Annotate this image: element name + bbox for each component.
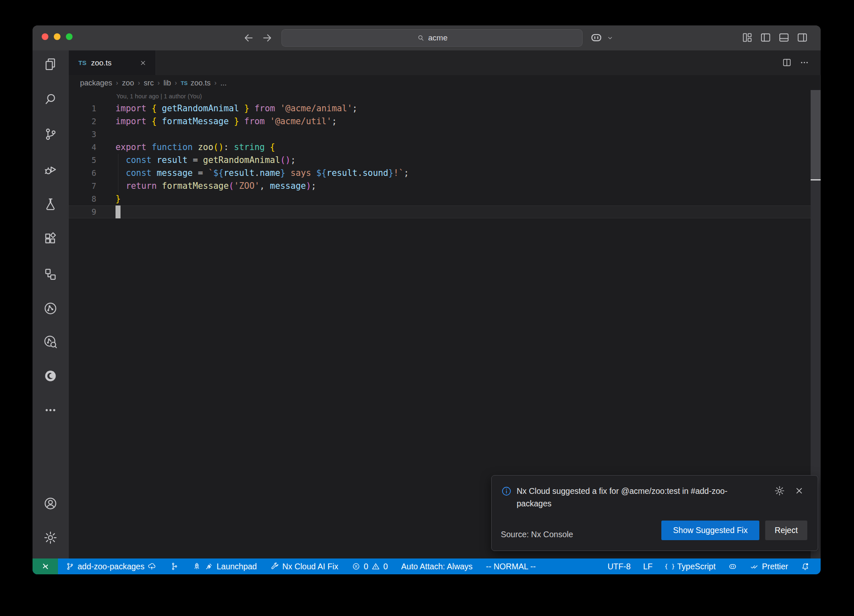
status-label: LF [643, 562, 653, 571]
plug-icon [204, 562, 214, 571]
cursor-overview-marker [811, 179, 821, 180]
status-encoding[interactable]: UTF-8 [608, 562, 630, 571]
activity-references-icon[interactable] [43, 267, 58, 282]
status-auto-attach[interactable]: Auto Attach: Always [401, 562, 472, 571]
line-number[interactable]: 3 [69, 128, 96, 141]
breadcrumb-item[interactable]: packages [80, 79, 112, 88]
scrollbar-thumb[interactable] [811, 90, 821, 179]
line-number[interactable]: 4 [69, 141, 96, 154]
code-line-5[interactable]: 5 const result = getRandomAnimal(); [69, 154, 821, 167]
activity-testing-icon[interactable] [43, 197, 58, 212]
line-number[interactable]: 6 [69, 167, 96, 180]
breadcrumb-separator: › [138, 79, 140, 87]
error-icon [352, 562, 361, 571]
breadcrumb-item[interactable]: TSzoo.ts [181, 79, 211, 88]
code-line-1[interactable]: 1import { getRandomAnimal } from '@acme/… [69, 102, 821, 115]
line-number[interactable]: 5 [69, 154, 96, 167]
line-number[interactable]: 8 [69, 193, 96, 205]
line-number[interactable]: 2 [69, 115, 96, 128]
warning-icon [371, 562, 380, 571]
status-problems[interactable]: 00 [352, 562, 388, 571]
code-line-4[interactable]: 4export function zoo(): string { [69, 141, 821, 154]
status-formatter[interactable]: Prettier [750, 562, 788, 571]
breadcrumb-separator: › [158, 79, 160, 87]
blame-annotation[interactable]: You, 1 hour ago | 1 author (You) [116, 91, 821, 102]
status-nx-cloud-ai-fix[interactable]: Nx Cloud AI Fix [270, 562, 338, 571]
close-icon[interactable] [794, 485, 805, 496]
status-label: TypeScript [677, 562, 716, 571]
remote-indicator[interactable] [33, 558, 58, 574]
status-language[interactable]: { }TypeScript [665, 562, 716, 571]
line-number[interactable]: 1 [69, 102, 96, 115]
breadcrumb-item[interactable]: lib [163, 79, 171, 88]
status-eol[interactable]: LF [643, 562, 653, 571]
show-suggested-fix-button[interactable]: Show Suggested Fix [661, 521, 759, 540]
breadcrumb-item[interactable]: zoo [122, 79, 134, 88]
close-icon[interactable] [139, 59, 147, 67]
tab-zoo-ts[interactable]: TS zoo.ts [69, 50, 156, 75]
breadcrumb-label: ... [220, 79, 226, 88]
search-icon [417, 34, 425, 42]
activity-edge-browser-icon[interactable] [43, 368, 58, 383]
current-line-highlight [69, 205, 811, 218]
wrench-icon [270, 562, 279, 571]
activity-nx-console-icon[interactable] [43, 301, 58, 316]
activity-extensions-icon[interactable] [43, 232, 58, 247]
toggle-sidebar-left-icon[interactable] [759, 31, 772, 44]
tab-label: zoo.ts [91, 58, 111, 68]
split-editor-icon[interactable] [781, 57, 792, 68]
breadcrumb: packages›zoo›src›lib›TSzoo.ts›... [69, 75, 811, 91]
typescript-file-icon: TS [78, 59, 86, 66]
status-launchpad[interactable]: Launchpad [192, 562, 257, 571]
activity-explorer-icon[interactable] [43, 57, 58, 72]
chevron-down-icon[interactable] [606, 34, 614, 42]
status-branch[interactable]: add-zoo-packages [65, 562, 156, 571]
code-line-6[interactable]: 6 const message = `${result.name} says $… [69, 167, 821, 180]
breadcrumb-separator: › [116, 79, 118, 87]
toggle-panel-icon[interactable] [778, 31, 790, 44]
status-vim-mode[interactable]: -- NORMAL -- [486, 562, 536, 571]
code-line-7[interactable]: 7 return formatMessage('ZOO', message); [69, 180, 821, 193]
breadcrumb-item[interactable]: src [144, 79, 154, 88]
copilot-icon [728, 562, 737, 571]
status-scm-graph[interactable] [170, 562, 179, 571]
close-window-button[interactable] [42, 33, 48, 40]
code-line-8[interactable]: 8} [69, 193, 821, 205]
status-label: Auto Attach: Always [401, 562, 472, 571]
code-line-3[interactable]: 3 [69, 128, 821, 141]
code-text: import { getRandomAnimal } from '@acme/a… [96, 102, 357, 115]
code-text: const result = getRandomAnimal(); [96, 154, 296, 167]
back-icon[interactable] [242, 32, 255, 44]
code-line-2[interactable]: 2import { formatMessage } from '@acme/ut… [69, 115, 821, 128]
breadcrumb-label: zoo.ts [191, 79, 211, 88]
breadcrumb-separator: › [214, 79, 216, 87]
activity-more-views-icon[interactable] [43, 403, 58, 418]
maximize-window-button[interactable] [66, 33, 73, 40]
command-center-search[interactable]: acme [281, 29, 583, 47]
activity-source-control-icon[interactable] [43, 127, 58, 142]
breadcrumb-label: src [144, 79, 154, 88]
toggle-sidebar-right-icon[interactable] [796, 31, 809, 44]
activity-settings-gear-icon[interactable] [43, 530, 58, 545]
more-actions-icon[interactable] [799, 57, 810, 68]
activity-run-debug-icon[interactable] [43, 162, 58, 177]
activity-accounts-icon[interactable] [43, 496, 58, 511]
activity-bar [33, 50, 69, 558]
gear-icon[interactable] [774, 485, 785, 496]
line-number[interactable]: 7 [69, 180, 96, 193]
status-label: add-zoo-packages [78, 562, 144, 571]
activity-search-icon[interactable] [43, 92, 58, 107]
typescript-file-icon: TS [181, 80, 188, 86]
reject-button[interactable]: Reject [765, 521, 807, 540]
breadcrumb-item[interactable]: ... [220, 79, 226, 88]
status-notifications[interactable] [801, 562, 810, 571]
search-value: acme [428, 33, 447, 43]
customize-layout-icon[interactable] [741, 31, 754, 44]
forward-icon[interactable] [261, 32, 274, 44]
status-copilot[interactable] [728, 562, 737, 571]
copilot-icon[interactable] [589, 30, 603, 45]
minimize-window-button[interactable] [54, 33, 60, 40]
notification-message: Nx Cloud suggested a fix for @acme/zoo:t… [517, 485, 750, 510]
notification-toast: Nx Cloud suggested a fix for @acme/zoo:t… [491, 475, 818, 551]
activity-nx-cloud-view-icon[interactable] [43, 334, 58, 349]
